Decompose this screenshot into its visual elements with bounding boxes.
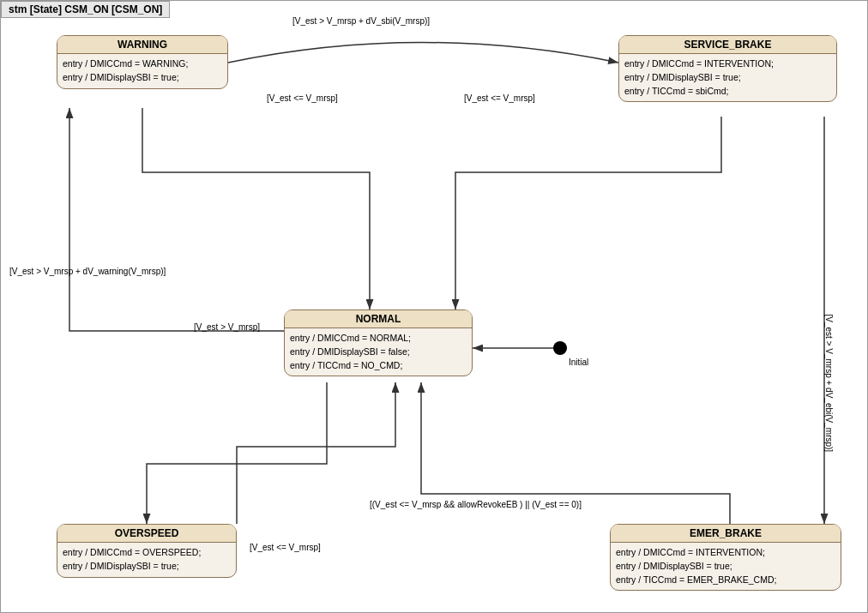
state-service-brake-body: entry / DMICCmd = INTERVENTION; entry / … <box>619 54 836 101</box>
state-emer-brake-body: entry / DMICCmd = INTERVENTION; entry / … <box>611 543 841 590</box>
label-warning-condition: [V_est > V_mrsp + dV_warning(V_mrsp)] <box>9 267 166 276</box>
state-overspeed-body: entry / DMICCmd = OVERSPEED; entry / DMI… <box>57 543 236 577</box>
label-service-to-normal: [V_est <= V_mrsp] <box>464 93 535 103</box>
state-emer-brake: EMER_BRAKE entry / DMICCmd = INTERVENTIO… <box>610 524 841 591</box>
label-emer-condition: [V_est > V_mrsp + dV_ebi(V_mrsp)] <box>824 315 834 453</box>
label-overspeed-to-normal: [V_est > V_mrsp] <box>194 322 260 332</box>
diagram-container: stm [State] CSM_ON [CSM_ON] <box>0 0 868 613</box>
state-service-brake: SERVICE_BRAKE entry / DMICCmd = INTERVEN… <box>618 35 837 102</box>
label-initial: Initial <box>569 358 588 367</box>
title-bar: stm [State] CSM_ON [CSM_ON] <box>1 1 170 18</box>
initial-dot <box>553 341 567 355</box>
label-revoke-eb: [(V_est <= V_mrsp && allowRevokeEB ) || … <box>370 500 582 509</box>
label-warning-to-normal: [V_est <= V_mrsp] <box>267 93 338 103</box>
state-overspeed-title: OVERSPEED <box>57 525 236 543</box>
label-top-arrow: [V_est > V_mrsp + dV_sbi(V_mrsp)] <box>292 16 430 26</box>
state-warning-body: entry / DMICCmd = WARNING; entry / DMIDi… <box>57 54 227 88</box>
state-normal-body: entry / DMICCmd = NORMAL; entry / DMIDis… <box>285 328 472 376</box>
state-warning: WARNING entry / DMICCmd = WARNING; entry… <box>57 35 228 89</box>
state-overspeed: OVERSPEED entry / DMICCmd = OVERSPEED; e… <box>57 524 237 578</box>
label-overspeed-cond: [V_est <= V_mrsp] <box>250 543 321 552</box>
state-warning-title: WARNING <box>57 36 227 54</box>
state-normal: NORMAL entry / DMICCmd = NORMAL; entry /… <box>284 310 473 376</box>
state-service-brake-title: SERVICE_BRAKE <box>619 36 836 54</box>
state-emer-brake-title: EMER_BRAKE <box>611 525 841 543</box>
state-normal-title: NORMAL <box>285 310 472 328</box>
